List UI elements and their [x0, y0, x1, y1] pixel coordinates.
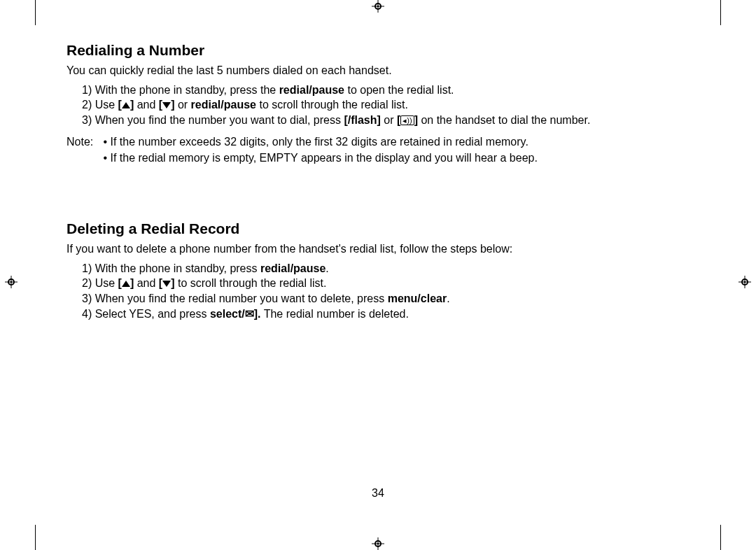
text: to scroll through the redial list.: [174, 277, 326, 289]
text: .: [447, 292, 449, 304]
text: and: [134, 99, 159, 111]
step-2: 2) Use [] and [] to scroll through the r…: [82, 276, 690, 291]
step-3: 3) When you find the number you want to …: [82, 113, 690, 128]
menu-clear-label: menu/clear: [388, 292, 447, 304]
step-1: 1) With the phone in standby, press the …: [82, 83, 690, 98]
section-deleting: Deleting a Redial Record If you want to …: [66, 220, 690, 321]
text: or: [174, 99, 190, 111]
text: 2) Use: [82, 277, 118, 289]
redial-pause-label: redial/pause: [279, 84, 344, 96]
crop-mark: [35, 525, 36, 550]
text: on the handset to dial the number.: [418, 114, 590, 126]
registration-mark-icon: [5, 276, 18, 288]
text: 1) With the phone in standby, press the: [82, 84, 279, 96]
down-arrow-icon: [162, 102, 171, 108]
page-content: Redialing a Number You can quickly redia…: [66, 42, 690, 321]
steps-redialing: 1) With the phone in standby, press the …: [82, 83, 690, 128]
steps-deleting: 1) With the phone in standby, press redi…: [82, 261, 690, 321]
step-1: 1) With the phone in standby, press redi…: [82, 261, 690, 276]
up-arrow-icon: [122, 102, 130, 108]
text: to scroll through the redial list.: [256, 99, 408, 111]
bracket: ].: [254, 308, 261, 320]
heading-redialing: Redialing a Number: [66, 42, 690, 59]
text: 4) Select YES, and press: [82, 308, 210, 320]
heading-deleting: Deleting a Redial Record: [66, 220, 690, 237]
intro-redialing: You can quickly redial the last 5 number…: [66, 63, 690, 78]
page-number: 34: [0, 487, 756, 500]
crop-mark: [720, 525, 721, 550]
mail-icon: ✉: [245, 308, 254, 320]
registration-mark-icon: [372, 0, 384, 13]
text: .: [326, 262, 328, 274]
text: and: [134, 277, 159, 289]
note-block: Note: • If the number exceeds 32 digits,…: [66, 134, 690, 166]
text: 1) With the phone in standby, press: [82, 262, 260, 274]
text: to open the redial list.: [344, 84, 454, 96]
redial-pause-label: redial/pause: [191, 99, 256, 111]
note-line-2: • If the redial memory is empty, EMPTY a…: [103, 152, 537, 164]
registration-mark-icon: [738, 276, 751, 288]
text: 3) When you find the redial number you w…: [82, 292, 388, 304]
text: The redial number is deleted.: [261, 308, 409, 320]
step-4: 4) Select YES, and press select/✉]. The …: [82, 306, 690, 322]
text: 2) Use: [82, 99, 118, 111]
redial-pause-label: redial/pause: [260, 262, 326, 274]
note-label: Note:: [66, 134, 100, 150]
note-line-1: • If the number exceeds 32 digits, only …: [103, 136, 528, 148]
text: or: [381, 114, 397, 126]
crop-mark: [720, 0, 721, 25]
crop-mark: [35, 0, 36, 25]
speaker-icon: ◂)): [400, 115, 414, 125]
step-3: 3) When you find the redial number you w…: [82, 291, 690, 306]
registration-mark-icon: [372, 537, 384, 550]
step-2: 2) Use [] and [] or redial/pause to scro…: [82, 97, 690, 113]
up-arrow-icon: [122, 281, 130, 287]
down-arrow-icon: [162, 281, 171, 287]
text: 3) When you find the number you want to …: [82, 114, 344, 126]
flash-label: /flash]: [348, 114, 381, 126]
intro-deleting: If you want to delete a phone number fro…: [66, 241, 690, 257]
note-body: • If the number exceeds 32 digits, only …: [103, 134, 677, 166]
select-label: select/: [210, 308, 245, 320]
